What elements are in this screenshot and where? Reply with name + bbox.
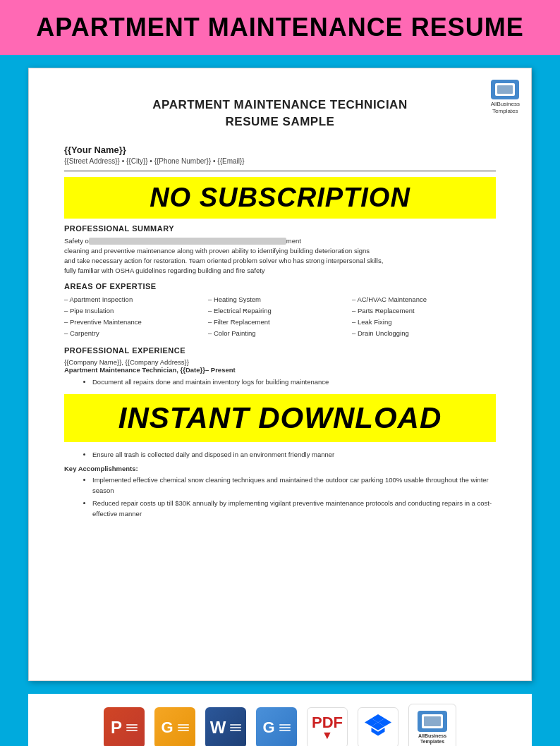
- no-subscription-banner: NO SUBSCRIPTION: [64, 177, 496, 219]
- page-title: APARTMENT MAINTENANCE RESUME: [7, 13, 553, 42]
- expertise-item: – Carpentry: [64, 328, 208, 339]
- expertise-item: – Apartment Inspection: [64, 294, 208, 305]
- footer-logo-screen: [422, 714, 443, 728]
- expertise-col2: – Heating System – Electrical Repairing …: [208, 294, 352, 340]
- powerpoint-letter: P: [111, 718, 122, 738]
- instant-download-label: INSTANT DOWNLOAD: [118, 401, 442, 434]
- accomplishment-1: Implemented effective chemical snow clea…: [92, 475, 496, 496]
- document-wrapper: AllBusiness Templates APARTMENT MAINTENA…: [28, 68, 532, 681]
- expertise-grid: – Apartment Inspection – Pipe Insulation…: [64, 294, 496, 340]
- allbusiness-logo: AllBusiness Templates: [491, 80, 520, 114]
- powerpoint-icon[interactable]: P: [104, 707, 145, 746]
- pdf-arrow: ▼: [322, 729, 333, 742]
- expertise-col3: – AC/HVAC Maintenance – Parts Replacemen…: [352, 294, 496, 340]
- expertise-item: – Parts Replacement: [352, 305, 496, 317]
- logo-screen: [495, 83, 515, 96]
- slides-letter: G: [161, 719, 173, 737]
- word-letter: W: [210, 718, 226, 738]
- header-banner: APARTMENT MAINTENANCE RESUME: [0, 0, 560, 55]
- expertise-item: – Heating System: [208, 294, 352, 305]
- slides-icon[interactable]: G: [154, 707, 195, 746]
- expertise-item: – Leak Fixing: [352, 317, 496, 328]
- expertise-item: – Filter Replacement: [208, 317, 352, 328]
- word-icon[interactable]: W: [205, 707, 246, 746]
- company-line: {{Company Name}}, {{Company Address}}: [64, 358, 496, 366]
- accomplishment-2: Reduced repair costs up till $30K annual…: [92, 498, 496, 519]
- professional-experience-heading: PROFESSIONAL EXPERIENCE: [64, 346, 496, 355]
- no-subscription-label: NO SUBSCRIPTION: [150, 183, 410, 212]
- placeholder-address: {{Street Address}} • {{City}} • {{Phone …: [64, 157, 496, 165]
- expertise-item: – Electrical Repairing: [208, 305, 352, 317]
- redacted-text: [89, 238, 286, 245]
- areas-of-expertise-heading: AREAS OF EXPERTISE: [64, 282, 496, 291]
- professional-summary-heading: PROFESSIONAL SUMMARY: [64, 224, 496, 233]
- powerpoint-lines: [126, 724, 138, 731]
- job-title-line: Apartment Maintenance Technician, {{Date…: [64, 366, 496, 374]
- expertise-item: – Pipe Insulation: [64, 305, 208, 317]
- bullet-item-2: Ensure all trash is collected daily and …: [92, 449, 496, 460]
- footer-logo-inner: [424, 716, 441, 726]
- slides-lines: [178, 724, 189, 731]
- logo-screen-inner: [497, 85, 513, 94]
- divider-top: [64, 171, 496, 171]
- pdf-icon[interactable]: PDF ▼: [307, 707, 348, 746]
- allbiz-footer-icon[interactable]: AllBusinessTemplates: [408, 704, 456, 746]
- expertise-item: – Color Painting: [208, 328, 352, 339]
- dropbox-svg: [365, 714, 391, 741]
- logo-text: AllBusiness Templates: [491, 101, 520, 114]
- bullet-item-1: Document all repairs done and maintain i…: [92, 377, 496, 387]
- profile-text: Safety oment cleaning and preventive mai…: [64, 236, 496, 276]
- dropbox-icon[interactable]: [358, 707, 398, 746]
- doc-title-text: APARTMENT MAINTENANCE TECHNICIAN RESUME …: [64, 97, 496, 130]
- experience-block: {{Company Name}}, {{Company Address}} Ap…: [64, 358, 496, 387]
- key-accomplishments-label: Key Accomplishments:: [64, 465, 496, 472]
- placeholder-name: {{Your Name}}: [64, 145, 496, 155]
- docs-lines: [279, 724, 291, 731]
- logo-icon-box: [491, 80, 519, 99]
- word-lines: [230, 724, 241, 731]
- instant-download-banner[interactable]: INSTANT DOWNLOAD: [64, 394, 496, 442]
- expertise-item: – Preventive Maintenance: [64, 317, 208, 328]
- docs-letter: G: [262, 719, 274, 737]
- expertise-col1: – Apartment Inspection – Pipe Insulation…: [64, 294, 208, 340]
- footer-allbiz-logo: AllBusinessTemplates: [418, 711, 447, 745]
- footer-icons: P G W: [28, 694, 532, 746]
- expertise-item: – AC/HVAC Maintenance: [352, 294, 496, 305]
- footer-logo-box: [418, 711, 447, 732]
- expertise-item: – Drain Unclogging: [352, 328, 496, 339]
- footer-allbiz-text: AllBusinessTemplates: [418, 733, 446, 745]
- doc-title: APARTMENT MAINTENANCE TECHNICIAN RESUME …: [64, 97, 496, 130]
- docs-icon[interactable]: G: [256, 707, 297, 746]
